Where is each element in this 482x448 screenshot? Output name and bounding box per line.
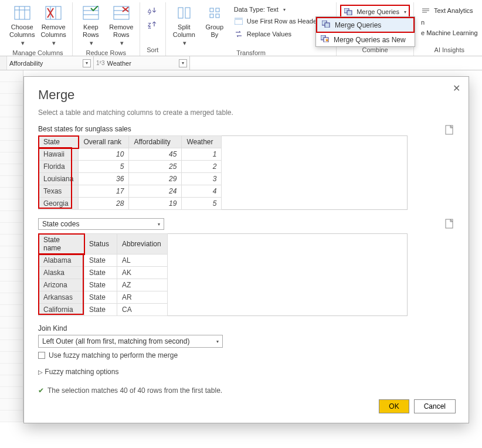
join-kind-select[interactable]: Left Outer (all from first, matching fro… — [38, 335, 223, 348]
svg-text:★: ★ — [325, 38, 329, 42]
table1-header-state[interactable]: State — [39, 136, 79, 148]
cell: 3 — [182, 173, 222, 185]
merge-queries-label: Merge Queries — [357, 8, 399, 15]
cell: 36 — [79, 173, 129, 185]
cell: 45 — [129, 148, 182, 161]
merge-queries-as-new-item[interactable]: ★ Merge Queries as New — [316, 33, 415, 46]
secondary-table-select[interactable]: State codes ▾ — [38, 218, 164, 230]
merge-new-icon: ★ — [321, 35, 329, 44]
replace-values-label: Replace Values — [247, 30, 291, 38]
cell: Arizona — [39, 279, 84, 291]
filter-dropdown-icon[interactable]: ▾ — [179, 59, 187, 67]
merge-icon — [344, 7, 353, 16]
cell: 28 — [79, 198, 129, 210]
choose-columns-button[interactable]: Choose Columns▾ — [7, 2, 37, 48]
cell: California — [39, 304, 84, 316]
headers-icon — [234, 16, 243, 26]
svg-text:Z: Z — [148, 11, 151, 15]
cell: Alabama — [39, 254, 84, 267]
cell: 2 — [182, 161, 222, 173]
keep-rows-label: Keep Rows — [83, 23, 99, 38]
ok-button[interactable]: OK — [379, 399, 409, 413]
group-by-icon — [205, 4, 224, 22]
cancel-button[interactable]: Cancel — [414, 399, 456, 413]
ribbon-group-label: Sort — [144, 45, 162, 56]
ml-tail: e Machine Learning — [421, 29, 478, 36]
merge-queries-dropdown: Merge Queries ★ Merge Queries as New — [315, 16, 415, 47]
check-icon: ✔ — [38, 386, 44, 395]
text-analytics-button[interactable]: Text Analytics — [417, 5, 481, 16]
table2-header[interactable]: Status — [84, 234, 117, 254]
ribbon-group-reduce-rows: Keep Rows▾ Remove Rows▾ Reduce Rows — [73, 2, 140, 56]
merge-queries-item[interactable]: Merge Queries — [316, 17, 415, 33]
table-row[interactable]: ArkansasStateAR — [39, 291, 408, 304]
svg-rect-23 — [210, 8, 213, 12]
cell: 24 — [129, 185, 182, 198]
svg-rect-25 — [210, 14, 213, 18]
ribbon-group-ai: Text Analytics n e Machine Learning AI I… — [414, 2, 482, 56]
cell: State — [84, 267, 117, 279]
chevron-down-icon: ▾ — [158, 222, 160, 227]
checkbox-icon[interactable] — [38, 352, 45, 359]
fuzzy-options-expander[interactable]: ▷ Fuzzy matching options — [38, 368, 454, 376]
fuzzy-matching-label: Use fuzzy matching to perform the merge — [49, 351, 178, 359]
table-row[interactable]: Texas17244 — [39, 185, 408, 198]
split-column-button[interactable]: Split Column▾ — [169, 2, 199, 48]
table2-header-statename[interactable]: State name — [39, 234, 84, 254]
vision-button-partial[interactable]: n — [417, 18, 481, 27]
fuzzy-matching-checkbox-row[interactable]: Use fuzzy matching to perform the merge — [38, 351, 454, 359]
remove-rows-button[interactable]: Remove Rows▾ — [107, 2, 136, 48]
cell: 4 — [182, 185, 222, 198]
remove-columns-label: Remove Columns — [40, 23, 66, 38]
sort-asc-button[interactable]: AZ — [144, 5, 161, 16]
ribbon: Choose Columns▾ Remove Columns▾ Manage C… — [0, 0, 482, 56]
cell: AL — [117, 254, 168, 267]
ribbon-group-label: Reduce Rows — [76, 48, 136, 59]
expand-icon[interactable] — [445, 125, 454, 135]
remove-columns-button[interactable]: Remove Columns▾ — [38, 2, 68, 48]
row-headers — [0, 70, 23, 422]
table-row[interactable]: Hawaii10451 — [39, 148, 408, 161]
ml-button-partial[interactable]: e Machine Learning — [417, 28, 481, 38]
table-row[interactable]: Florida5252 — [39, 161, 408, 173]
table-row[interactable]: Georgia28195 — [39, 198, 408, 210]
remove-rows-icon — [112, 4, 131, 22]
merge-queries-dd-label: Merge Queries — [335, 21, 381, 29]
ribbon-group-label: Manage Columns — [7, 48, 69, 59]
table2-preview[interactable]: State name Status Abbreviation AlabamaSt… — [38, 233, 408, 316]
close-icon[interactable]: ✕ — [453, 83, 460, 94]
table-row[interactable]: CaliforniaStateCA — [39, 304, 408, 316]
col-weather-type: 1²3 — [96, 60, 104, 66]
cell: Arkansas — [39, 291, 84, 304]
svg-rect-22 — [185, 8, 190, 18]
cell: 19 — [129, 198, 182, 210]
table-icon — [13, 4, 32, 22]
svg-rect-26 — [216, 14, 219, 18]
filter-dropdown-icon[interactable]: ▾ — [83, 59, 91, 67]
cell: 17 — [79, 185, 129, 198]
text-analytics-label: Text Analytics — [434, 7, 473, 14]
data-type-button[interactable]: Data Type: Text▾ — [230, 5, 332, 14]
ribbon-group-label: Transform — [169, 48, 332, 59]
split-column-icon — [175, 4, 194, 22]
cell: Hawaii — [39, 148, 79, 161]
col-weather-label: Weather — [104, 60, 179, 67]
group-by-button[interactable]: Group By — [200, 2, 229, 39]
table2-header[interactable]: Abbreviation — [117, 234, 168, 254]
keep-rows-button[interactable]: Keep Rows▾ — [76, 2, 106, 48]
table-row[interactable]: Louisiana36293 — [39, 173, 408, 185]
table1-header[interactable]: Affordability — [129, 136, 182, 148]
table-row[interactable]: AlaskaStateAK — [39, 267, 408, 279]
remove-column-icon — [44, 4, 63, 22]
table1-preview[interactable]: State Overall rank Affordability Weather… — [38, 135, 408, 210]
table-row[interactable]: ArizonaStateAZ — [39, 279, 408, 291]
table-row[interactable]: AlabamaStateAL — [39, 254, 408, 267]
ribbon-group-transform: Split Column▾ Group By Data Type: Text▾ … — [166, 2, 337, 56]
table1-header[interactable]: Weather — [182, 136, 222, 148]
table1-label: Best states for sunglass sales — [38, 125, 131, 133]
sort-desc-button[interactable]: ZA — [144, 19, 161, 30]
table1-header[interactable]: Overall rank — [79, 136, 129, 148]
join-kind-label: Join Kind — [38, 324, 454, 332]
expand-icon[interactable] — [445, 219, 454, 229]
cell: Florida — [39, 161, 79, 173]
